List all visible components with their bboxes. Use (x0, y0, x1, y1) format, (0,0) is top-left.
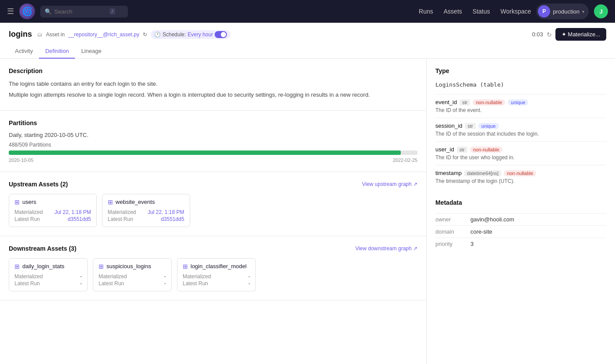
search-icon: 🔍 (45, 8, 52, 15)
mat-label-classifier: Materialized (183, 273, 215, 280)
asset-label: Asset in (46, 32, 65, 38)
table-icon-suspicious: ⊞ (99, 263, 104, 270)
meta-key-owner: owner (435, 216, 470, 223)
run-label-classifier: Latest Run (183, 280, 215, 287)
partition-date-start: 2020-10-05 (9, 158, 33, 163)
partitions-title: Partitions (9, 119, 417, 126)
tab-activity[interactable]: Activity (9, 44, 39, 59)
tab-definition[interactable]: Definition (39, 44, 75, 59)
timer-display: 0:03 (532, 31, 543, 38)
tag-nonnullable-user-id: non-nullable (470, 147, 502, 153)
run-value-classifier: - (218, 280, 250, 287)
hamburger-icon[interactable]: ☰ (7, 7, 14, 16)
upstream-name-users[interactable]: users (22, 199, 36, 205)
upstream-title: Upstream Assets (2) (9, 181, 68, 188)
run-label-users: Latest Run (14, 216, 51, 222)
production-selector[interactable]: P production ▾ (536, 4, 589, 19)
downstream-name-classifier[interactable]: login_classifier_model (191, 263, 247, 270)
subheader-right: 0:03 ↻ ✦ Materialize... (532, 28, 606, 41)
schedule-value: Every hour (187, 32, 213, 38)
field-type-session-id: str (465, 123, 475, 129)
type-code: LoginsSchema (table) (435, 81, 606, 88)
schedule-label: Schedule: (163, 32, 186, 38)
downstream-grid-classifier: Materialized - Latest Run - (183, 273, 250, 287)
schedule-toggle[interactable] (215, 31, 227, 38)
field-name-event-id: event_id (435, 99, 457, 105)
chevron-down-icon: ▾ (582, 9, 584, 14)
asset-file-link[interactable]: __repository__@rich_asset.py (68, 32, 139, 38)
type-section-title: Type (435, 67, 606, 74)
user-avatar[interactable]: J (594, 4, 608, 18)
tag-nonnullable-event-id: non-nullable (473, 99, 505, 105)
partition-info: Daily, starting 2020-10-05 UTC. (9, 132, 417, 138)
upstream-name-website[interactable]: website_events (116, 199, 155, 205)
downstream-card-suspicious: ⊞ suspicious_logins Materialized - Lates… (93, 258, 172, 291)
meta-row-owner: owner gavin@hooli.com (435, 213, 606, 225)
downstream-title: Downstream Assets (3) (9, 245, 76, 252)
downstream-card-title-classifier: ⊞ login_classifier_model (183, 263, 250, 270)
run-value-daily: - (50, 280, 82, 287)
progress-bar-wrap (9, 150, 417, 155)
mat-value-classifier: - (218, 273, 250, 280)
partition-dates: 2020-10-05 2022-02-25 (9, 158, 417, 163)
nav-workspace[interactable]: Workspace (501, 8, 531, 15)
nav-assets[interactable]: Assets (444, 8, 462, 15)
tag-nonnullable-timestamp: non-nullable (504, 170, 536, 176)
field-session-id: session_id str unique The ID of the sess… (435, 118, 606, 141)
field-event-id-header: event_id str non-nullable unique (435, 99, 606, 105)
downstream-card-title-daily: ⊞ daily_login_stats (14, 263, 82, 270)
view-downstream-graph-link[interactable]: View downstream graph ↗ (355, 245, 417, 252)
tab-lineage[interactable]: Lineage (75, 44, 107, 59)
field-desc-event-id: The ID of the event. (435, 107, 606, 113)
refresh-button[interactable]: ↻ (547, 31, 552, 38)
top-nav: ☰ 🌀 🔍 / Runs Assets Status Workspace P p… (0, 0, 615, 23)
field-user-id-header: user_id str non-nullable (435, 146, 606, 153)
view-upstream-graph-link[interactable]: View upstream graph ↗ (362, 181, 417, 187)
mat-label-daily: Materialized (14, 273, 46, 280)
run-value-website: d3551dd5 (148, 216, 184, 222)
app-logo: 🌀 (19, 4, 35, 19)
sidebar: Type LoginsSchema (table) event_id str n… (427, 59, 615, 364)
downstream-cards: ⊞ daily_login_stats Materialized - Lates… (9, 258, 417, 291)
meta-key-domain: domain (435, 228, 470, 235)
downstream-section: Downstream Assets (3) View downstream gr… (0, 236, 426, 301)
main-layout: Description The logins table contains an… (0, 59, 615, 364)
metadata-section: Metadata owner gavin@hooli.com domain co… (435, 199, 606, 250)
downstream-card-daily: ⊞ daily_login_stats Materialized - Lates… (9, 258, 88, 291)
mat-label-suspicious: Materialized (99, 273, 131, 280)
partition-count: 488/509 Partitions (9, 142, 417, 148)
metadata-title: Metadata (435, 199, 606, 206)
upstream-section: Upstream Assets (2) View upstream graph … (0, 172, 426, 236)
mat-label-users: Materialized (14, 209, 51, 215)
search-input[interactable] (54, 8, 107, 15)
run-label-website: Latest Run (108, 216, 144, 222)
field-desc-timestamp: The timestamp of the login (UTC). (435, 178, 606, 184)
table-icon-daily: ⊞ (14, 263, 20, 270)
clock-icon: 🕐 (154, 32, 161, 38)
progress-bar-fill (9, 150, 401, 155)
field-event-id: event_id str non-nullable unique The ID … (435, 94, 606, 118)
tab-bar: Activity Definition Lineage (9, 44, 606, 58)
downstream-card-title-suspicious: ⊞ suspicious_logins (99, 263, 166, 270)
downstream-name-daily[interactable]: daily_login_stats (22, 263, 64, 270)
refresh-icon[interactable]: ↻ (143, 32, 147, 38)
nav-runs[interactable]: Runs (419, 8, 433, 15)
meta-row-domain: domain core-site (435, 225, 606, 238)
mat-value-website: Jul 22, 1:18 PM (148, 209, 184, 215)
partition-date-end: 2022-02-25 (393, 158, 417, 163)
fields-list: event_id str non-nullable unique The ID … (435, 94, 606, 189)
materialize-button[interactable]: ✦ Materialize... (555, 28, 606, 41)
slash-key: / (110, 8, 115, 14)
table-icon-users: ⊞ (14, 199, 20, 206)
field-name-timestamp: timestamp (435, 170, 462, 176)
upstream-card-website-events: ⊞ website_events Materialized Jul 22, 1:… (102, 194, 190, 227)
mat-value-users: Jul 22, 1:18 PM (54, 209, 91, 215)
upstream-card-users: ⊞ users Materialized Jul 22, 1:18 PM Lat… (9, 194, 97, 227)
nav-status[interactable]: Status (473, 8, 490, 15)
downstream-name-suspicious[interactable]: suspicious_logins (106, 263, 151, 270)
subheader: logins 🗂 Asset in __repository__@rich_as… (0, 23, 615, 59)
field-name-session-id: session_id (435, 122, 462, 129)
search-bar[interactable]: 🔍 / (40, 6, 128, 18)
field-timestamp-header: timestamp datetime64[ns] non-nullable (435, 170, 606, 176)
description-line-1: The logins table contains an entry for e… (9, 80, 417, 89)
